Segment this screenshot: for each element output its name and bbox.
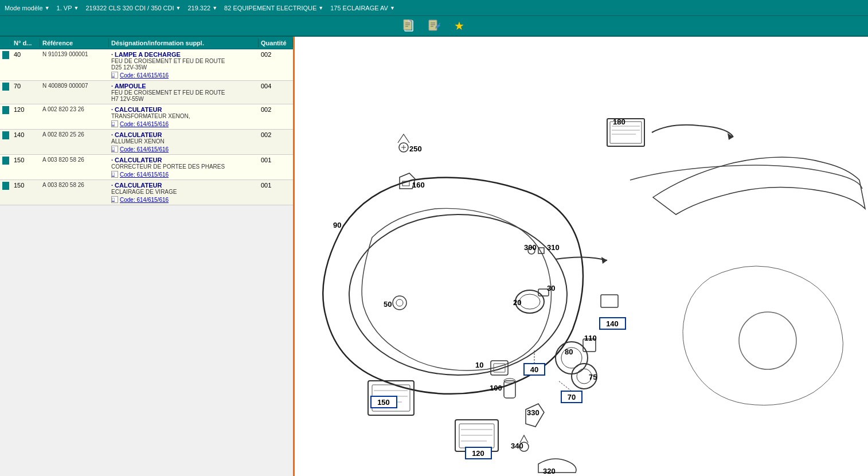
group-label: 82 EQUIPEMENT ELECTRIQUE — [224, 5, 316, 11]
subgroup-dropdown[interactable]: 175 ECLAIRAGE AV ▼ — [330, 5, 395, 11]
svg-text:140: 140 — [606, 319, 619, 328]
svg-point-57 — [739, 312, 796, 369]
row-ref: A 002 820 25 26 — [40, 131, 109, 138]
row-ref: A 003 820 58 26 — [40, 156, 109, 163]
label-100: 100 — [490, 384, 502, 392]
row-num: 70 — [11, 82, 40, 90]
code-icon: □ — [111, 171, 118, 178]
code-link[interactable]: □Code: 614/615/616 — [111, 171, 256, 178]
toolbar: Mode modèle ▼ 1. VP ▼ 219322 CLS 320 CDI… — [0, 0, 868, 16]
svg-line-69 — [558, 381, 572, 391]
svg-rect-38 — [455, 420, 498, 451]
model-dropdown[interactable]: 219322 CLS 320 CDI / 350 CDI ▼ — [85, 5, 181, 11]
svg-point-36 — [393, 296, 406, 310]
part-detail2: D25 12V-35W — [111, 64, 256, 71]
part-name: · CALCULATEUR — [111, 182, 256, 189]
svg-point-37 — [396, 299, 403, 306]
star-icon: ★ — [454, 19, 464, 33]
edit-icon — [428, 19, 440, 32]
part-name: · CALCULATEUR — [111, 131, 256, 138]
subgroup-arrow: ▼ — [390, 5, 395, 11]
label-75: 75 — [589, 373, 597, 381]
table-row[interactable]: 40 N 910139 000001 · LAMPE A DECHARGE FE… — [0, 49, 293, 81]
part-name: · CALCULATEUR — [111, 106, 256, 113]
code-link[interactable]: □Code: 614/615/616 — [111, 146, 256, 153]
table-row[interactable]: 140 A 002 820 25 26 · CALCULATEUR ALLUME… — [0, 130, 293, 155]
label-110: 110 — [584, 334, 597, 342]
svg-rect-48 — [601, 295, 618, 307]
row-check — [2, 51, 9, 59]
group-arrow: ▼ — [318, 5, 323, 11]
row-check — [2, 106, 9, 114]
edit-button[interactable] — [426, 18, 442, 34]
row-num: 150 — [11, 181, 40, 189]
code-arrow: ▼ — [212, 5, 217, 11]
label-160: 160 — [412, 181, 425, 189]
label-40-boxed: 40 — [524, 364, 545, 375]
doc-button[interactable] — [401, 18, 417, 34]
table-header: N° d... Référence Désignation/informatio… — [0, 37, 293, 49]
vp-dropdown[interactable]: 1. VP ▼ — [57, 5, 79, 11]
part-detail1: TRANSFORMATEUR XENON, — [111, 113, 256, 119]
part-name: · LAMPE A DECHARGE — [111, 51, 256, 58]
label-80: 80 — [565, 348, 573, 356]
header-num: N° d... — [11, 38, 40, 48]
main-content: N° d... Référence Désignation/informatio… — [0, 37, 868, 476]
label-90: 90 — [333, 221, 341, 229]
table-row[interactable]: 150 A 003 820 58 26 · CALCULATEUR CORREC… — [0, 155, 293, 180]
left-panel: N° d... Référence Désignation/informatio… — [0, 37, 295, 476]
code-link[interactable]: □Code: 614/615/616 — [111, 120, 256, 127]
code-icon: □ — [111, 196, 118, 203]
mode-modele-arrow: ▼ — [45, 5, 50, 11]
subgroup-label: 175 ECLAIRAGE AV — [330, 5, 388, 11]
iconbar: ★ — [0, 16, 868, 37]
table-row[interactable]: 120 A 002 820 23 26 · CALCULATEUR TRANSF… — [0, 104, 293, 130]
part-name: · CALCULATEUR — [111, 157, 256, 163]
svg-point-25 — [519, 294, 540, 309]
row-check — [2, 131, 9, 139]
svg-text:40: 40 — [530, 365, 538, 374]
row-qty: 002 — [259, 131, 293, 139]
row-num: 150 — [11, 156, 40, 164]
svg-text:150: 150 — [377, 398, 390, 407]
code-dropdown[interactable]: 219.322 ▼ — [187, 5, 217, 11]
label-300: 300 — [524, 243, 537, 252]
vp-label: 1. VP — [57, 5, 72, 11]
row-desc: · LAMPE A DECHARGE FEU DE CROISEMENT ET … — [109, 50, 259, 79]
code-link[interactable]: □Code: 614/615/616 — [111, 196, 256, 203]
code-link[interactable]: □Code: 614/615/616 — [111, 72, 256, 79]
svg-line-15 — [439, 23, 440, 24]
row-num: 40 — [11, 50, 40, 58]
doc-icon — [402, 19, 415, 32]
header-check — [0, 42, 11, 44]
table-row[interactable]: 150 A 003 820 58 26 · CALCULATEUR ECLAIR… — [0, 180, 293, 205]
part-detail1: ECLAIRAGE DE VIRAGE — [111, 189, 256, 195]
group-dropdown[interactable]: 82 EQUIPEMENT ELECTRIQUE ▼ — [224, 5, 323, 11]
mode-modele-dropdown[interactable]: Mode modèle ▼ — [5, 5, 50, 11]
header-ref: Référence — [40, 38, 109, 48]
row-qty: 004 — [259, 82, 293, 90]
row-desc: · AMPOULE FEU DE CROISEMENT ET FEU DE RO… — [109, 82, 259, 103]
row-qty: 002 — [259, 50, 293, 58]
code-label: 219.322 — [187, 5, 210, 11]
part-detail1: FEU DE CROISEMENT ET FEU DE ROUTE — [111, 58, 256, 64]
parts-diagram: 250 160 90 50 300 310 20 30 10 100 80 11… — [295, 37, 868, 476]
row-ref: N 910139 000001 — [40, 50, 109, 58]
diagram-panel: 250 160 90 50 300 310 20 30 10 100 80 11… — [295, 37, 868, 476]
code-icon: □ — [111, 72, 118, 79]
row-check — [2, 83, 9, 91]
svg-rect-10 — [429, 20, 437, 30]
row-desc: · CALCULATEUR ECLAIRAGE DE VIRAGE □Code:… — [109, 181, 259, 204]
label-50: 50 — [384, 300, 392, 309]
label-250: 250 — [409, 145, 422, 153]
svg-rect-39 — [459, 424, 494, 448]
row-ref: N 400809 000007 — [40, 82, 109, 89]
label-30: 30 — [547, 284, 555, 292]
table-body: 40 N 910139 000001 · LAMPE A DECHARGE FE… — [0, 49, 293, 476]
label-180: 180 — [613, 118, 625, 126]
svg-marker-56 — [601, 257, 607, 264]
star-button[interactable]: ★ — [451, 18, 467, 34]
row-desc: · CALCULATEUR ALLUMEUR XENON □Code: 614/… — [109, 131, 259, 153]
header-qty: Quantité — [259, 38, 293, 48]
table-row[interactable]: 70 N 400809 000007 · AMPOULE FEU DE CROI… — [0, 81, 293, 104]
